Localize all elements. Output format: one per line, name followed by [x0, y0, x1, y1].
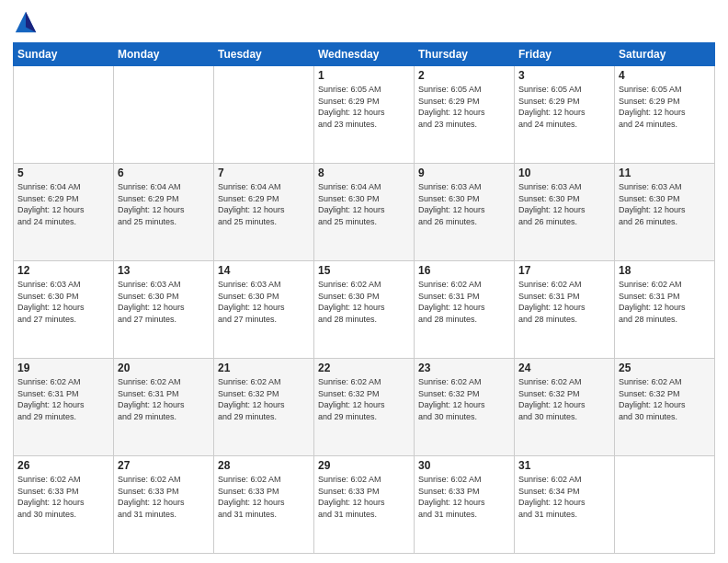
calendar-table: SundayMondayTuesdayWednesdayThursdayFrid…: [13, 42, 715, 554]
day-info: Sunrise: 6:02 AMSunset: 6:33 PMDaylight:…: [218, 474, 310, 520]
day-info: Sunrise: 6:02 AMSunset: 6:33 PMDaylight:…: [318, 474, 410, 520]
calendar-day-19: 19Sunrise: 6:02 AMSunset: 6:31 PMDayligh…: [14, 359, 114, 456]
calendar-week-1: 1Sunrise: 6:05 AMSunset: 6:29 PMDaylight…: [14, 66, 715, 164]
day-info: Sunrise: 6:02 AMSunset: 6:32 PMDaylight:…: [518, 376, 610, 422]
day-info: Sunrise: 6:04 AMSunset: 6:29 PMDaylight:…: [118, 181, 210, 227]
day-number: 13: [118, 264, 210, 277]
day-info: Sunrise: 6:02 AMSunset: 6:33 PMDaylight:…: [17, 474, 109, 520]
day-number: 2: [418, 69, 510, 82]
day-info: Sunrise: 6:04 AMSunset: 6:30 PMDaylight:…: [318, 181, 410, 227]
day-info: Sunrise: 6:02 AMSunset: 6:30 PMDaylight:…: [318, 279, 410, 325]
calendar-day-6: 6Sunrise: 6:04 AMSunset: 6:29 PMDaylight…: [114, 164, 214, 261]
calendar-day-20: 20Sunrise: 6:02 AMSunset: 6:31 PMDayligh…: [114, 359, 214, 456]
calendar-empty-cell: [615, 456, 715, 554]
day-of-week-saturday: Saturday: [615, 43, 715, 66]
logo-icon: [13, 9, 39, 35]
day-number: 21: [218, 362, 310, 374]
calendar-day-18: 18Sunrise: 6:02 AMSunset: 6:31 PMDayligh…: [615, 261, 715, 359]
calendar-day-10: 10Sunrise: 6:03 AMSunset: 6:30 PMDayligh…: [515, 164, 615, 261]
day-number: 31: [518, 459, 610, 472]
calendar-day-22: 22Sunrise: 6:02 AMSunset: 6:32 PMDayligh…: [314, 359, 415, 456]
day-info: Sunrise: 6:02 AMSunset: 6:31 PMDaylight:…: [118, 376, 210, 422]
day-info: Sunrise: 6:05 AMSunset: 6:29 PMDaylight:…: [518, 84, 610, 130]
day-of-week-monday: Monday: [114, 43, 214, 66]
day-number: 10: [518, 167, 610, 179]
day-number: 28: [218, 459, 310, 472]
day-number: 17: [518, 264, 610, 277]
day-number: 6: [118, 167, 210, 179]
calendar-day-9: 9Sunrise: 6:03 AMSunset: 6:30 PMDaylight…: [415, 164, 515, 261]
day-number: 20: [118, 362, 210, 374]
day-number: 29: [318, 459, 410, 472]
calendar-day-26: 26Sunrise: 6:02 AMSunset: 6:33 PMDayligh…: [14, 456, 114, 554]
calendar-week-3: 12Sunrise: 6:03 AMSunset: 6:30 PMDayligh…: [14, 261, 715, 359]
day-info: Sunrise: 6:02 AMSunset: 6:32 PMDaylight:…: [218, 376, 310, 422]
calendar-day-4: 4Sunrise: 6:05 AMSunset: 6:29 PMDaylight…: [615, 66, 715, 164]
day-number: 14: [218, 264, 310, 277]
day-of-week-thursday: Thursday: [415, 43, 515, 66]
day-info: Sunrise: 6:02 AMSunset: 6:31 PMDaylight:…: [518, 279, 610, 325]
day-number: 8: [318, 167, 410, 179]
day-number: 25: [619, 362, 711, 374]
calendar-day-8: 8Sunrise: 6:04 AMSunset: 6:30 PMDaylight…: [314, 164, 415, 261]
day-info: Sunrise: 6:04 AMSunset: 6:29 PMDaylight:…: [17, 181, 109, 227]
day-number: 30: [418, 459, 510, 472]
calendar-day-11: 11Sunrise: 6:03 AMSunset: 6:30 PMDayligh…: [615, 164, 715, 261]
calendar-day-24: 24Sunrise: 6:02 AMSunset: 6:32 PMDayligh…: [515, 359, 615, 456]
header: [13, 9, 715, 35]
day-number: 4: [619, 69, 711, 82]
calendar-day-2: 2Sunrise: 6:05 AMSunset: 6:29 PMDaylight…: [415, 66, 515, 164]
calendar-header: SundayMondayTuesdayWednesdayThursdayFrid…: [14, 43, 715, 66]
day-number: 27: [118, 459, 210, 472]
day-number: 23: [418, 362, 510, 374]
calendar-day-30: 30Sunrise: 6:02 AMSunset: 6:33 PMDayligh…: [415, 456, 515, 554]
calendar-day-15: 15Sunrise: 6:02 AMSunset: 6:30 PMDayligh…: [314, 261, 415, 359]
day-info: Sunrise: 6:05 AMSunset: 6:29 PMDaylight:…: [318, 84, 410, 130]
calendar-day-1: 1Sunrise: 6:05 AMSunset: 6:29 PMDaylight…: [314, 66, 415, 164]
day-info: Sunrise: 6:05 AMSunset: 6:29 PMDaylight:…: [619, 84, 711, 130]
day-info: Sunrise: 6:02 AMSunset: 6:31 PMDaylight:…: [418, 279, 510, 325]
day-number: 7: [218, 167, 310, 179]
calendar-empty-cell: [114, 66, 214, 164]
calendar-day-14: 14Sunrise: 6:03 AMSunset: 6:30 PMDayligh…: [214, 261, 314, 359]
day-info: Sunrise: 6:03 AMSunset: 6:30 PMDaylight:…: [218, 279, 310, 325]
day-of-week-sunday: Sunday: [14, 43, 114, 66]
day-info: Sunrise: 6:02 AMSunset: 6:34 PMDaylight:…: [518, 474, 610, 520]
calendar-day-13: 13Sunrise: 6:03 AMSunset: 6:30 PMDayligh…: [114, 261, 214, 359]
day-info: Sunrise: 6:05 AMSunset: 6:29 PMDaylight:…: [418, 84, 510, 130]
day-info: Sunrise: 6:04 AMSunset: 6:29 PMDaylight:…: [218, 181, 310, 227]
day-info: Sunrise: 6:03 AMSunset: 6:30 PMDaylight:…: [418, 181, 510, 227]
day-number: 15: [318, 264, 410, 277]
day-of-week-wednesday: Wednesday: [314, 43, 415, 66]
day-number: 9: [418, 167, 510, 179]
day-number: 19: [17, 362, 109, 374]
calendar-day-3: 3Sunrise: 6:05 AMSunset: 6:29 PMDaylight…: [515, 66, 615, 164]
day-number: 5: [17, 167, 109, 179]
day-info: Sunrise: 6:02 AMSunset: 6:32 PMDaylight:…: [418, 376, 510, 422]
day-info: Sunrise: 6:02 AMSunset: 6:31 PMDaylight:…: [17, 376, 109, 422]
calendar-week-2: 5Sunrise: 6:04 AMSunset: 6:29 PMDaylight…: [14, 164, 715, 261]
day-info: Sunrise: 6:03 AMSunset: 6:30 PMDaylight:…: [17, 279, 109, 325]
day-number: 18: [619, 264, 711, 277]
calendar-empty-cell: [14, 66, 114, 164]
calendar-day-16: 16Sunrise: 6:02 AMSunset: 6:31 PMDayligh…: [415, 261, 515, 359]
day-info: Sunrise: 6:02 AMSunset: 6:33 PMDaylight:…: [118, 474, 210, 520]
day-info: Sunrise: 6:03 AMSunset: 6:30 PMDaylight:…: [118, 279, 210, 325]
day-number: 24: [518, 362, 610, 374]
day-number: 3: [518, 69, 610, 82]
calendar-day-12: 12Sunrise: 6:03 AMSunset: 6:30 PMDayligh…: [14, 261, 114, 359]
day-info: Sunrise: 6:02 AMSunset: 6:32 PMDaylight:…: [318, 376, 410, 422]
day-info: Sunrise: 6:03 AMSunset: 6:30 PMDaylight:…: [619, 181, 711, 227]
calendar-body: 1Sunrise: 6:05 AMSunset: 6:29 PMDaylight…: [14, 66, 715, 554]
main-container: SundayMondayTuesdayWednesdayThursdayFrid…: [0, 0, 728, 563]
logo: [13, 9, 42, 35]
calendar-day-28: 28Sunrise: 6:02 AMSunset: 6:33 PMDayligh…: [214, 456, 314, 554]
day-number: 12: [17, 264, 109, 277]
days-of-week-row: SundayMondayTuesdayWednesdayThursdayFrid…: [14, 43, 715, 66]
calendar-week-4: 19Sunrise: 6:02 AMSunset: 6:31 PMDayligh…: [14, 359, 715, 456]
calendar-day-27: 27Sunrise: 6:02 AMSunset: 6:33 PMDayligh…: [114, 456, 214, 554]
calendar-day-31: 31Sunrise: 6:02 AMSunset: 6:34 PMDayligh…: [515, 456, 615, 554]
day-of-week-friday: Friday: [515, 43, 615, 66]
calendar-empty-cell: [214, 66, 314, 164]
calendar-day-23: 23Sunrise: 6:02 AMSunset: 6:32 PMDayligh…: [415, 359, 515, 456]
